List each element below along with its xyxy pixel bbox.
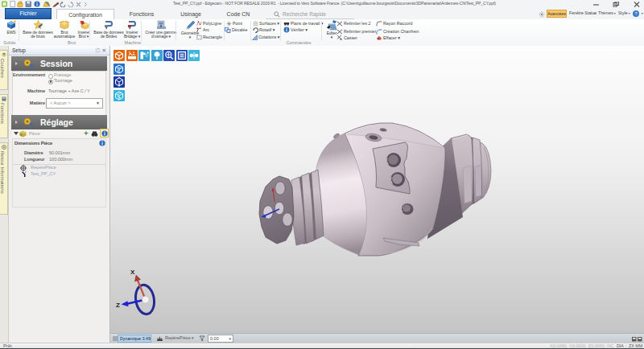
svg-text:X: X (130, 269, 135, 276)
svg-text:Z: Z (116, 302, 120, 309)
